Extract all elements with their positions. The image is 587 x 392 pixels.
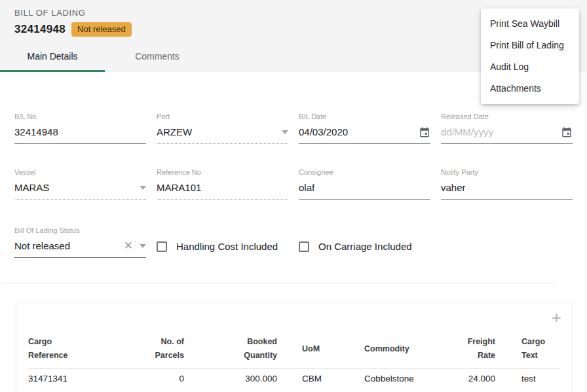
chevron-down-icon[interactable]	[282, 130, 288, 134]
reference-no-field[interactable]: Reference No MARA101	[157, 168, 288, 200]
port-value: ARZEW	[157, 126, 192, 137]
bl-date-label: B/L Date	[299, 113, 430, 121]
clear-icon[interactable]: ✕	[124, 240, 133, 251]
bl-no-value: 32414948	[14, 126, 58, 137]
consignee-field[interactable]: Consignee olaf	[299, 168, 430, 200]
col-freight-rate: FreightRate	[456, 335, 495, 369]
cargo-card: + CargoReference No. ofParcels BookedQua…	[16, 302, 573, 392]
bill-of-lading-status-select[interactable]: Bill Of Lading Status Not released ✕	[14, 226, 146, 258]
notify-party-label: Notify Party	[441, 168, 573, 177]
col-cargo-text: CargoText	[495, 335, 560, 369]
col-booked-quantity: BookedQuantity	[184, 335, 277, 369]
bl-no-label: B/L No	[14, 113, 146, 121]
col-uom: UoM	[277, 335, 364, 369]
bl-date-field[interactable]: B/L Date 04/03/2020	[299, 113, 430, 144]
port-select[interactable]: Port ARZEW	[157, 113, 288, 144]
menu-item-attachments[interactable]: Attachments	[481, 78, 579, 99]
notify-party-value: vaher	[441, 182, 466, 193]
col-commodity: Commodity	[364, 335, 456, 369]
consignee-label: Consignee	[299, 168, 430, 177]
actions-dropdown-menu: Print Sea Waybill Print Bill of Lading A…	[481, 9, 579, 104]
cell-freight-rate: 24.000	[456, 369, 495, 389]
cell-booked-quantity: 300.000	[184, 369, 277, 389]
reference-no-label: Reference No	[157, 168, 288, 177]
handling-cost-checkbox-group: Handling Cost Included	[157, 240, 288, 253]
notify-party-field[interactable]: Notify Party vaher	[441, 168, 573, 200]
on-carriage-label: On Carriage Included	[318, 241, 412, 252]
on-carriage-checkbox-group: On Carriage Included	[299, 240, 430, 253]
bl-no-field[interactable]: B/L No 32414948	[14, 113, 146, 144]
chevron-down-icon[interactable]	[140, 186, 146, 190]
add-cargo-button[interactable]: +	[552, 310, 561, 325]
status-badge: Not released	[71, 22, 132, 37]
section-divider	[1, 283, 556, 283]
handling-cost-label: Handling Cost Included	[176, 241, 278, 252]
cell-cargo-reference: 31471341	[28, 369, 133, 389]
cargo-table-row[interactable]: 31471341 0 300.000 CBM Cobbelstone 24.00…	[28, 369, 560, 389]
released-date-label: Released Date	[441, 113, 573, 121]
on-carriage-checkbox[interactable]	[299, 241, 309, 252]
vessel-value: MARAS	[14, 182, 49, 193]
status-label: Bill Of Lading Status	[14, 226, 146, 235]
calendar-icon[interactable]	[419, 126, 430, 138]
consignee-value: olaf	[299, 182, 314, 193]
col-cargo-reference: CargoReference	[28, 335, 133, 369]
bl-date-value: 04/03/2020	[299, 126, 348, 137]
cell-no-of-parcels: 0	[133, 369, 184, 389]
released-date-field[interactable]: Released Date dd/MM/yyyy	[441, 113, 573, 144]
menu-item-audit-log[interactable]: Audit Log	[481, 56, 579, 78]
cell-cargo-text: test	[495, 369, 560, 389]
cell-commodity: Cobbelstone	[364, 369, 456, 389]
bill-of-lading-number: 32414948	[14, 23, 66, 36]
reference-no-value: MARA101	[157, 182, 201, 193]
cargo-table-header-row: CargoReference No. ofParcels BookedQuant…	[28, 335, 560, 369]
tab-comments[interactable]: Comments	[105, 44, 210, 72]
col-no-of-parcels: No. ofParcels	[133, 335, 184, 369]
cell-uom: CBM	[277, 369, 364, 389]
handling-cost-checkbox[interactable]	[157, 241, 167, 252]
status-value: Not released	[14, 240, 70, 251]
released-date-placeholder: dd/MM/yyyy	[441, 126, 493, 137]
calendar-icon[interactable]	[561, 126, 573, 138]
chevron-down-icon[interactable]	[140, 244, 146, 248]
vessel-label: Vessel	[14, 168, 146, 177]
cargo-table: CargoReference No. ofParcels BookedQuant…	[28, 335, 560, 389]
menu-item-print-bill-of-lading[interactable]: Print Bill of Lading	[481, 35, 579, 56]
vessel-select[interactable]: Vessel MARAS	[14, 168, 146, 200]
menu-item-print-sea-waybill[interactable]: Print Sea Waybill	[481, 13, 579, 35]
tab-main-details[interactable]: Main Details	[0, 44, 105, 72]
port-label: Port	[157, 113, 288, 121]
tab-bar: Main Details Comments	[0, 44, 210, 72]
